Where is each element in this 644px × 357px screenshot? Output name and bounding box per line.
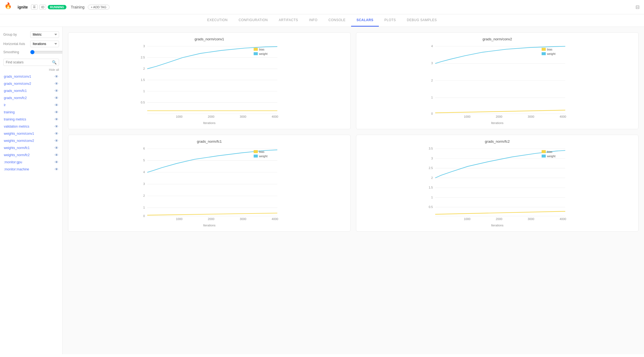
svg-text:5: 5 [143,159,145,162]
scalar-name: :monitor:gpu [4,160,22,164]
tab-plots[interactable]: PLOTS [379,14,401,27]
status-badge: Running [48,5,66,9]
svg-text:4: 4 [143,170,145,174]
visibility-icon[interactable]: 👁 [55,139,58,143]
scalar-item[interactable]: weights_norm/conv2 👁 [3,137,59,144]
horizontal-axis-select[interactable]: Iterations [30,41,59,47]
scalar-name: grads_norm/fc1 [4,89,27,93]
visibility-icon[interactable]: 👁 [55,153,58,157]
visibility-icon[interactable]: 👁 [55,89,58,93]
svg-rect-17 [254,48,258,51]
tab-debug-samples[interactable]: DEBUG SAMPLES [401,14,442,27]
scalar-item[interactable]: validation metrics 👁 [3,123,59,130]
svg-text:1.5: 1.5 [429,186,433,189]
search-input[interactable] [6,60,50,64]
scalar-name: training metrics [4,117,26,121]
svg-text:bias: bias [259,150,264,153]
svg-text:3000: 3000 [240,115,246,118]
svg-text:3000: 3000 [528,115,534,118]
chart-area: 3.5 3 2.5 2 1.5 1 0.5 1000 2000 3000 400… [361,146,634,223]
chart-grads-norm-conv1: grads_norm/conv1 3 2.5 2 [68,32,351,129]
scalars-list: grads_norm/conv1 👁 grads_norm/conv2 👁 gr… [3,73,59,173]
svg-text:3: 3 [431,157,433,160]
scalar-item[interactable]: training 👁 [3,109,59,116]
horizontal-axis-label: Horizontal Axis [3,42,28,46]
svg-rect-57 [254,150,258,153]
scalar-name: training [4,110,15,114]
chart-x-label: Iterations [73,121,346,125]
visibility-icon[interactable]: 👁 [55,124,58,129]
visibility-icon[interactable]: 👁 [55,81,58,86]
tab-info[interactable]: INFO [304,14,323,27]
sidebar-toggle-button[interactable]: ⊟ [635,4,640,10]
svg-text:2: 2 [431,176,433,179]
svg-text:4: 4 [431,44,433,48]
svg-text:2.5: 2.5 [141,56,145,59]
scalar-name: weights_norm/fc1 [4,146,30,150]
scalar-name: weights_norm/conv2 [4,139,34,143]
chart-title: grads_norm/conv2 [361,37,634,41]
hide-all-button[interactable]: Hide all [3,68,59,71]
svg-text:1000: 1000 [176,217,183,221]
chart-title: grads_norm/conv1 [73,37,346,41]
nav-tabs: EXECUTION CONFIGURATION ARTIFACTS INFO C… [0,14,644,27]
scalar-item[interactable]: weights_norm/conv1 👁 [3,130,59,137]
visibility-icon[interactable]: 👁 [55,110,58,114]
chart-x-label: Iterations [361,121,634,125]
svg-text:2: 2 [431,79,433,82]
search-icon: 🔍 [52,60,57,64]
scalar-item[interactable]: training metrics 👁 [3,116,59,123]
visibility-icon[interactable]: 👁 [55,74,58,79]
visibility-icon[interactable]: 👁 [55,146,58,150]
chart-svg: 3.5 3 2.5 2 1.5 1 0.5 1000 2000 3000 400… [361,146,634,223]
svg-text:2000: 2000 [496,115,502,118]
scalar-item[interactable]: grads_norm/fc1 👁 [3,87,59,94]
chart-area: 4 3 2 1 0 1000 2000 3000 4000 [361,43,634,120]
scalar-item[interactable]: weights_norm/fc1 👁 [3,144,59,151]
visibility-icon[interactable]: 👁 [55,167,58,172]
scalar-item[interactable]: :monitor:gpu 👁 [3,159,59,166]
smoothing-slider[interactable] [30,50,63,54]
task-name: Training [71,5,85,9]
svg-text:weight: weight [259,52,267,55]
svg-rect-80 [542,150,546,153]
svg-text:6: 6 [143,147,145,150]
chart-title: grads_norm/fc2 [361,139,634,144]
add-tag-button[interactable]: + ADD TAG [88,5,110,10]
visibility-icon[interactable]: 👁 [55,96,58,100]
scalar-item[interactable]: grads_norm/conv2 👁 [3,80,59,87]
svg-text:3000: 3000 [240,217,246,221]
svg-text:bias: bias [259,48,264,51]
svg-rect-19 [254,52,258,55]
svg-text:1.5: 1.5 [141,78,145,81]
visibility-icon[interactable]: 👁 [55,103,58,107]
tab-artifacts[interactable]: ARTIFACTS [273,14,304,27]
content-area: grads_norm/conv1 3 2.5 2 [63,27,644,354]
scalar-name: grads_norm/fc2 [4,96,27,100]
scalar-item[interactable]: grads_norm/conv1 👁 [3,73,59,80]
svg-text:weight: weight [547,52,555,55]
scalar-item[interactable]: grads_norm/fc2 👁 [3,94,59,102]
group-by-select[interactable]: Metric [30,31,59,38]
visibility-icon[interactable]: 👁 [55,117,58,122]
tab-console[interactable]: CONSOLE [323,14,351,27]
svg-text:3: 3 [431,61,433,65]
visibility-icon[interactable]: 👁 [55,131,58,136]
scalar-item[interactable]: lr 👁 [3,102,59,109]
main-layout: Group by Metric Horizontal Axis Iteratio… [0,27,644,354]
tab-scalars[interactable]: SCALARS [351,14,379,27]
svg-text:bias: bias [547,150,552,153]
top-bar: 🔥 ignite ☰ ID Running Training + ADD TAG… [0,0,644,14]
tab-configuration[interactable]: CONFIGURATION [233,14,273,27]
list-icon-btn[interactable]: ☰ [31,4,38,10]
svg-text:4000: 4000 [272,217,278,221]
visibility-icon[interactable]: 👁 [55,160,58,164]
scalar-name: validation metrics [4,125,29,128]
id-icon-btn[interactable]: ID [39,5,46,10]
scalar-item[interactable]: :monitor:machine 👁 [3,166,59,173]
chart-svg: 4 3 2 1 0 1000 2000 3000 4000 [361,43,634,120]
sidebar: Group by Metric Horizontal Axis Iteratio… [0,27,63,354]
scalar-item[interactable]: weights_norm/fc2 👁 [3,151,59,159]
tab-execution[interactable]: EXECUTION [202,14,233,27]
scalar-name: grads_norm/conv1 [4,75,31,78]
